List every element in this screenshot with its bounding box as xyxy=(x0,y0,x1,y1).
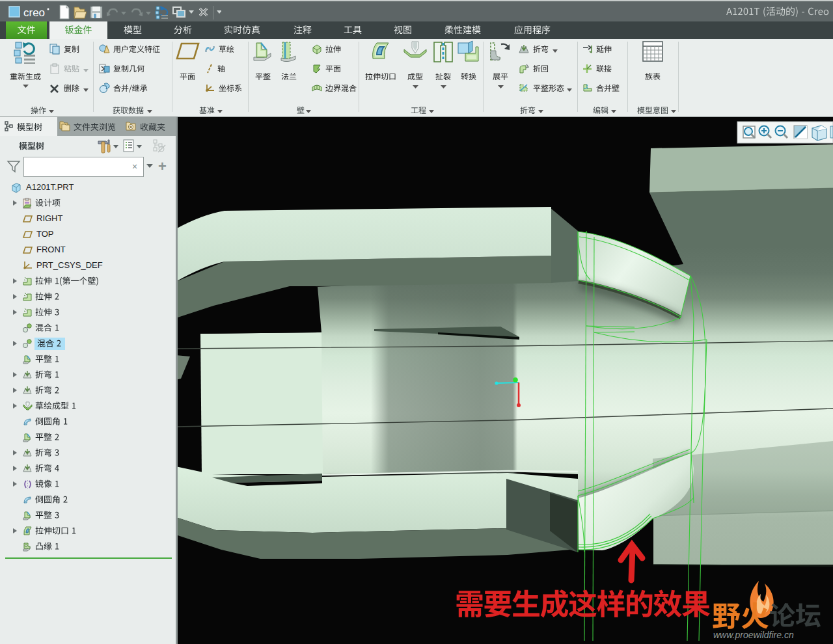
svg-text:creo: creo xyxy=(23,7,45,19)
svg-text:www.proewildfire.cn: www.proewildfire.cn xyxy=(713,630,794,640)
